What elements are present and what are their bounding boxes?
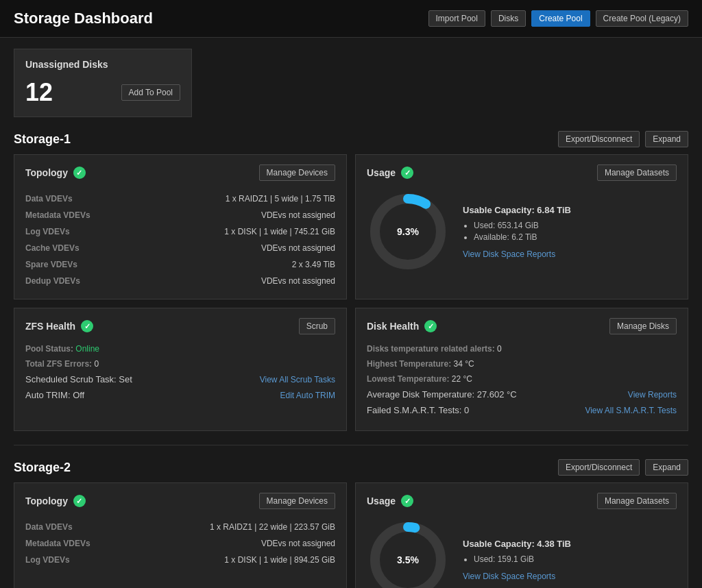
row-value: VDEvs not assigned — [114, 207, 335, 223]
highest-temp-item: Highest Temperature: 34 °C — [367, 359, 677, 369]
topology-title-2: Topology ✓ — [25, 495, 86, 507]
unassigned-disks-title: Unassigned Disks — [25, 59, 180, 70]
pool-section-storage-1: Storage-1 Export/Disconnect Expand Topol… — [14, 131, 688, 431]
topology-table-2: Data VDEVs 1 x RAIDZ1 | 22 wide | 223.57… — [25, 519, 335, 568]
manage-devices-button-2[interactable]: Manage Devices — [259, 493, 335, 509]
zfs-health-header-1: ZFS Health ✓ Scrub — [25, 318, 335, 334]
expand-button-2[interactable]: Expand — [645, 459, 688, 476]
pool-1-cards-row: Topology ✓ Manage Devices Data VDEVs 1 x… — [14, 154, 688, 299]
manage-disks-button-1[interactable]: Manage Disks — [609, 318, 677, 334]
usage-inner-2: 3.5% Usable Capacity: 4.38 TiB Used: 159… — [367, 519, 677, 588]
avg-temp-item: Average Disk Temperature: 27.602 °C View… — [367, 389, 677, 400]
table-row: Metadata VDEVs VDEvs not assigned — [25, 207, 335, 223]
lowest-temp-item: Lowest Temperature: 22 °C — [367, 374, 677, 384]
row-label: Spare VDEVs — [25, 256, 114, 273]
expand-button-1[interactable]: Expand — [645, 131, 688, 147]
table-row: Spare VDEVs 2 x 3.49 TiB — [25, 256, 335, 273]
export-disconnect-button-2[interactable]: Export/Disconnect — [558, 459, 640, 476]
row-value: 1 x DISK | 1 wide | 894.25 GiB — [114, 552, 335, 568]
usage-inner-1: 9.3% Usable Capacity: 6.84 TiB Used: 653… — [367, 191, 677, 273]
manage-datasets-button-2[interactable]: Manage Datasets — [597, 493, 677, 509]
usage-title-1: Usage ✓ — [367, 167, 413, 179]
view-disk-space-reports-link-2[interactable]: View Disk Space Reports — [463, 572, 555, 581]
total-errors-label: Total ZFS Errors: — [25, 359, 94, 369]
scrub-task-value: Set — [119, 374, 132, 384]
pool-2-cards-row: Topology ✓ Manage Devices Data VDEVs 1 x… — [14, 482, 688, 588]
donut-label-2: 3.5% — [397, 554, 419, 565]
donut-chart-1: 9.3% — [367, 191, 449, 273]
failed-smart-label: Failed S.M.A.R.T. Tests: — [367, 405, 464, 415]
usage-card-2-header: Usage ✓ Manage Datasets — [367, 493, 677, 509]
zfs-check-icon-1: ✓ — [81, 320, 93, 332]
row-value: 2 x 3.49 TiB — [114, 256, 335, 273]
unassigned-disks-body: 12 Add To Pool — [25, 78, 180, 107]
edit-auto-trim-link[interactable]: Edit Auto TRIM — [280, 391, 335, 400]
pool-status-value: Online — [75, 344, 99, 354]
scrub-task-item: Scheduled Scrub Task: Set View All Scrub… — [25, 374, 335, 384]
scrub-button-1[interactable]: Scrub — [299, 318, 335, 334]
header: Storage Dashboard Import Pool Disks Crea… — [0, 0, 702, 38]
disk-health-header-1: Disk Health ✓ Manage Disks — [367, 318, 677, 334]
usage-stats-1: Usable Capacity: 6.84 TiB Used: 653.14 G… — [463, 205, 677, 259]
view-reports-link[interactable]: View Reports — [628, 390, 677, 400]
row-label: Data VDEVs — [25, 519, 114, 535]
topology-label-2: Topology — [25, 495, 68, 506]
disks-button[interactable]: Disks — [491, 10, 526, 27]
section-divider — [14, 445, 688, 445]
header-actions: Import Pool Disks Create Pool Create Poo… — [428, 10, 688, 27]
topology-card-2: Topology ✓ Manage Devices Data VDEVs 1 x… — [14, 482, 347, 588]
view-all-scrub-tasks-link[interactable]: View All Scrub Tasks — [260, 375, 335, 384]
donut-label-1: 9.3% — [397, 226, 419, 237]
temp-alerts-value: 0 — [497, 344, 502, 354]
usable-capacity-2: Usable Capacity: 4.38 TiB — [463, 539, 677, 549]
table-row: Data VDEVs 1 x RAIDZ1 | 5 wide | 1.75 Ti… — [25, 191, 335, 207]
pool-status-label: Pool Status: — [25, 344, 75, 354]
row-value: VDEvs not assigned — [114, 273, 335, 289]
usage-card-1-header: Usage ✓ Manage Datasets — [367, 164, 677, 181]
lowest-temp-label: Lowest Temperature: — [367, 374, 452, 384]
donut-svg-2 — [367, 519, 449, 588]
table-row: Log VDEVs 1 x DISK | 1 wide | 745.21 GiB — [25, 223, 335, 240]
import-pool-button[interactable]: Import Pool — [428, 10, 485, 27]
table-row: Cache VDEVs VDEvs not assigned — [25, 240, 335, 256]
create-pool-button[interactable]: Create Pool — [531, 10, 590, 27]
usable-capacity-1: Usable Capacity: 6.84 TiB — [463, 205, 677, 215]
total-errors-value: 0 — [94, 359, 99, 369]
row-value: VDEvs not assigned — [114, 240, 335, 256]
manage-datasets-button-1[interactable]: Manage Datasets — [597, 164, 677, 181]
row-label: Log VDEVs — [25, 223, 114, 240]
scrub-task-left: Scheduled Scrub Task: Set — [25, 374, 132, 384]
avg-temp-left: Average Disk Temperature: 27.602 °C — [367, 389, 517, 400]
table-row: Data VDEVs 1 x RAIDZ1 | 22 wide | 223.57… — [25, 519, 335, 535]
temp-alerts-label: Disks temperature related alerts: — [367, 344, 497, 354]
usage-list-1: Used: 653.14 GiB Available: 6.2 TiB — [463, 221, 677, 242]
row-value: VDEvs not assigned — [114, 535, 335, 552]
export-disconnect-button-1[interactable]: Export/Disconnect — [558, 131, 640, 147]
usage-stats-2: Usable Capacity: 4.38 TiB Used: 159.1 Gi… — [463, 539, 677, 581]
row-label: Metadata VDEVs — [25, 207, 114, 223]
used-stat-1: Used: 653.14 GiB — [474, 221, 677, 230]
row-value: 1 x RAIDZ1 | 5 wide | 1.75 TiB — [114, 191, 335, 207]
usage-title-2: Usage ✓ — [367, 495, 413, 507]
scrub-task-label: Scheduled Scrub Task: — [25, 374, 119, 384]
failed-smart-item: Failed S.M.A.R.T. Tests: 0 View All S.M.… — [367, 405, 677, 415]
avg-temp-value: 27.602 °C — [477, 389, 517, 400]
page-title: Storage Dashboard — [14, 10, 153, 27]
pool-2-header: Storage-2 Export/Disconnect Expand — [14, 459, 688, 476]
disk-health-card-1: Disk Health ✓ Manage Disks Disks tempera… — [355, 308, 688, 431]
manage-devices-button-1[interactable]: Manage Devices — [259, 164, 335, 181]
pool-1-actions: Export/Disconnect Expand — [558, 131, 688, 147]
create-pool-legacy-button[interactable]: Create Pool (Legacy) — [596, 10, 688, 27]
row-label: Log VDEVs — [25, 552, 114, 568]
topology-card-1-header: Topology ✓ Manage Devices — [25, 164, 335, 181]
pool-2-actions: Export/Disconnect Expand — [558, 459, 688, 476]
disk-health-title-1: Disk Health ✓ — [367, 320, 437, 332]
add-to-pool-button[interactable]: Add To Pool — [121, 84, 181, 101]
highest-temp-value: 34 °C — [453, 359, 474, 369]
view-all-smart-tests-link[interactable]: View All S.M.A.R.T. Tests — [585, 406, 677, 415]
zfs-health-label-1: ZFS Health — [25, 321, 75, 332]
usage-list-2: Used: 159.1 GiB — [463, 554, 677, 564]
topology-check-icon-2: ✓ — [73, 495, 86, 507]
view-disk-space-reports-link-1[interactable]: View Disk Space Reports — [463, 249, 555, 259]
pool-status-item: Pool Status: Online — [25, 344, 335, 354]
